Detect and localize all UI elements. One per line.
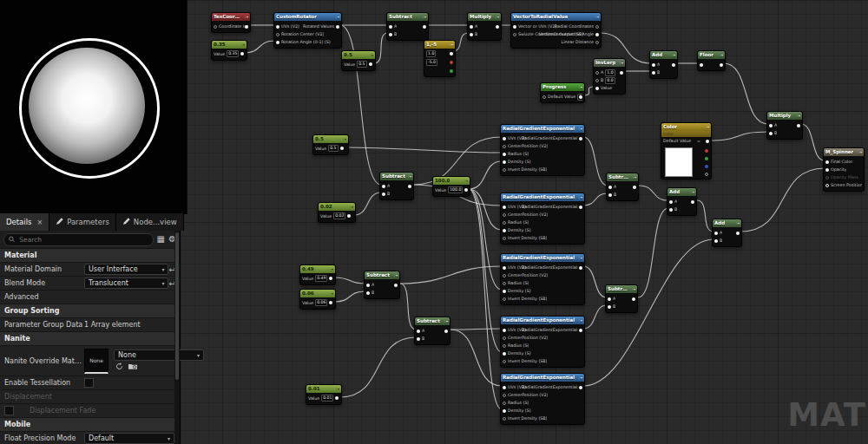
output-pin[interactable] bbox=[705, 165, 708, 168]
input-pin[interactable] bbox=[417, 330, 420, 333]
wire[interactable] bbox=[354, 193, 381, 215]
wire[interactable] bbox=[469, 189, 502, 352]
node-title-controls[interactable]: ◦▾ bbox=[619, 59, 623, 67]
tab-parameters[interactable]: Parameters bbox=[49, 213, 116, 231]
value-box[interactable]: 0.02 bbox=[333, 212, 345, 219]
node-title[interactable]: 0.35◦▾ bbox=[212, 41, 247, 49]
node-const-05-b[interactable]: 0.5◦▾Value0.5 bbox=[312, 134, 349, 155]
node-title[interactable]: Subtract◦▾ bbox=[607, 173, 638, 181]
input-pin[interactable] bbox=[503, 360, 506, 363]
wire[interactable] bbox=[469, 161, 502, 189]
node-title[interactable]: Color◦▾ bbox=[661, 123, 711, 131]
node-title[interactable]: Subtract◦▾ bbox=[387, 13, 428, 21]
value-box[interactable]: -5.0 bbox=[426, 59, 437, 66]
input-pin[interactable] bbox=[503, 274, 506, 278]
input-pin[interactable] bbox=[214, 25, 217, 29]
node-const-006[interactable]: 0.06◦▾Value0.06 bbox=[299, 289, 336, 310]
value-box[interactable] bbox=[697, 140, 700, 142]
node-title-controls[interactable]: ◦▾ bbox=[495, 13, 499, 21]
node-title[interactable]: Subtract◦▾ bbox=[606, 285, 637, 293]
input-pin[interactable] bbox=[769, 124, 773, 127]
node-color-param[interactable]: Color◦▾ColorDefault Value bbox=[661, 122, 712, 180]
material-preview-viewport[interactable] bbox=[0, 0, 187, 214]
node-title-controls[interactable]: ◦▾ bbox=[578, 254, 582, 262]
output-pin[interactable] bbox=[579, 206, 582, 209]
node-radial-gradient-1[interactable]: RadialGradientExponential◦▾UVs (V2)Cente… bbox=[500, 124, 585, 176]
input-pin[interactable] bbox=[470, 25, 473, 29]
input-pin[interactable] bbox=[652, 71, 655, 75]
value-box[interactable]: 0.49 bbox=[315, 275, 327, 282]
node-title[interactable]: Floor◦▾ bbox=[698, 51, 725, 59]
output-pin[interactable] bbox=[620, 71, 623, 75]
output-pin[interactable] bbox=[423, 25, 426, 29]
value-box[interactable]: 1.0 bbox=[426, 50, 436, 57]
node-title-controls[interactable]: ◦▾ bbox=[631, 285, 635, 293]
input-pin[interactable] bbox=[470, 33, 473, 36]
node-subtract-3[interactable]: Subtract◦▾AB bbox=[605, 284, 638, 313]
node-title-controls[interactable]: ◦▾ bbox=[240, 41, 245, 49]
input-pin[interactable] bbox=[608, 193, 612, 197]
input-pin[interactable] bbox=[503, 394, 506, 397]
input-pin[interactable] bbox=[389, 33, 392, 36]
input-pin[interactable] bbox=[503, 145, 506, 148]
node-title[interactable]: RadialGradientExponential◦▾ bbox=[501, 193, 584, 201]
wire[interactable] bbox=[345, 147, 502, 153]
node-title[interactable]: InvLerp◦▾ bbox=[594, 59, 625, 67]
node-title[interactable]: Subtract◦▾ bbox=[365, 271, 399, 279]
node-title[interactable]: 1,-5◦▾ bbox=[424, 41, 455, 49]
node-title[interactable]: Multiply◦▾ bbox=[468, 13, 501, 21]
value-box[interactable]: 0.5 bbox=[328, 145, 338, 152]
input-pin[interactable] bbox=[366, 291, 370, 295]
output-pin[interactable] bbox=[736, 232, 740, 235]
node-title-controls[interactable]: ◦▾ bbox=[407, 173, 411, 180]
node-title[interactable]: 0.06◦▾ bbox=[300, 290, 335, 297]
output-pin[interactable] bbox=[797, 124, 800, 127]
float-precision-mode-dropdown[interactable]: Default▾ bbox=[84, 433, 174, 444]
node-title-controls[interactable]: ◦▾ bbox=[335, 13, 339, 21]
input-pin[interactable] bbox=[503, 329, 506, 332]
input-pin[interactable] bbox=[700, 63, 703, 67]
input-pin[interactable] bbox=[382, 185, 385, 188]
input-pin[interactable] bbox=[769, 132, 773, 135]
input-pin[interactable] bbox=[825, 184, 829, 187]
value-box[interactable]: 0.5 bbox=[357, 61, 366, 68]
wire[interactable] bbox=[469, 189, 502, 290]
output-pin[interactable] bbox=[579, 266, 582, 270]
node-title[interactable]: TexCoord[0]◦▾ bbox=[212, 13, 250, 21]
input-pin[interactable] bbox=[503, 297, 506, 301]
node-title-controls[interactable]: ◦▾ bbox=[342, 135, 346, 143]
node-title-controls[interactable]: ◦▾ bbox=[578, 83, 582, 91]
node-title-controls[interactable]: ◦▾ bbox=[632, 173, 636, 181]
node-title-controls[interactable]: ◦▾ bbox=[444, 317, 448, 325]
search-box[interactable] bbox=[3, 233, 154, 246]
node-title[interactable]: RadialGradientExponential◦▾ bbox=[501, 317, 584, 324]
output-pin[interactable] bbox=[450, 52, 453, 56]
node-const-002[interactable]: 0.02◦▾Value0.02 bbox=[318, 202, 356, 223]
input-pin[interactable] bbox=[503, 153, 506, 156]
asset-thumbnail[interactable]: None bbox=[84, 349, 108, 374]
output-pin[interactable] bbox=[245, 25, 248, 29]
node-subtract-4[interactable]: Subtract◦▾AB bbox=[364, 271, 400, 299]
output-pin[interactable] bbox=[691, 200, 694, 204]
node-progress-param[interactable]: Progress◦▾Default Value0.0 bbox=[540, 82, 585, 103]
node-title-controls[interactable]: ◦▾ bbox=[578, 125, 582, 133]
output-pin[interactable] bbox=[579, 329, 582, 332]
node-radial-gradient-4[interactable]: RadialGradientExponential◦▾UVs (V2)Cente… bbox=[500, 316, 585, 368]
input-pin[interactable] bbox=[417, 337, 420, 341]
input-pin[interactable] bbox=[503, 352, 506, 356]
node-title[interactable]: Progress◦▾ bbox=[541, 83, 584, 91]
value-box[interactable]: 1.0 bbox=[605, 69, 615, 76]
search-input[interactable] bbox=[17, 235, 148, 245]
node-title-controls[interactable]: ◦▾ bbox=[705, 123, 709, 131]
node-title[interactable]: 0.5◦▾ bbox=[313, 135, 348, 143]
node-title-controls[interactable]: ◦▾ bbox=[449, 41, 453, 49]
input-pin[interactable] bbox=[382, 193, 385, 196]
node-title-controls[interactable]: ◦▾ bbox=[578, 193, 582, 201]
node-subtract-1[interactable]: Subtract◦▾AB bbox=[386, 12, 429, 41]
input-pin[interactable] bbox=[595, 71, 599, 75]
wire[interactable] bbox=[334, 278, 365, 284]
node-title[interactable]: Add◦▾ bbox=[713, 219, 741, 227]
node-subtract-6[interactable]: Subtract◦▾AB bbox=[379, 172, 414, 200]
node-title-controls[interactable]: ◦▾ bbox=[578, 374, 582, 382]
node-title-controls[interactable]: ◦▾ bbox=[244, 13, 248, 21]
